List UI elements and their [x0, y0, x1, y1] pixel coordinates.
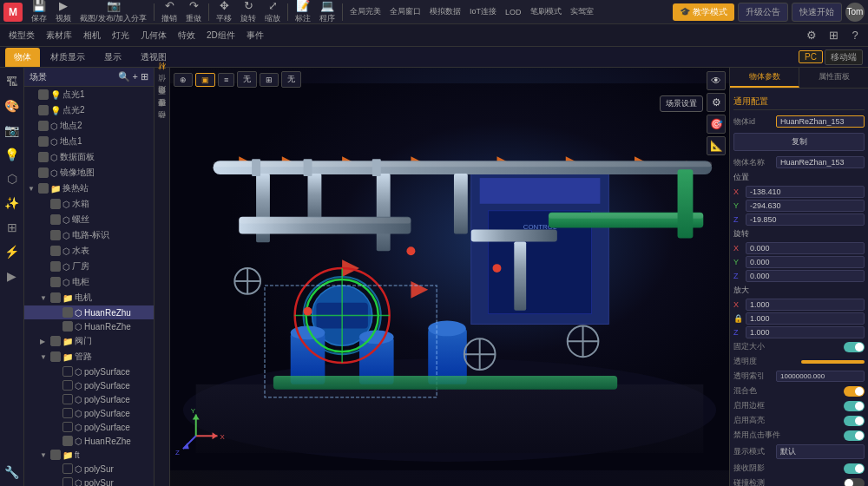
- tree-visibility-checkbox[interactable]: [62, 307, 73, 318]
- rp-tab-object[interactable]: 物体参数: [730, 68, 799, 88]
- object-name-value[interactable]: HuanReZhan_153: [776, 156, 865, 168]
- highlight-toggle[interactable]: [844, 416, 865, 426]
- select-mode-btn[interactable]: ▣: [195, 73, 215, 87]
- iot-connect-button[interactable]: IoT连接: [466, 4, 500, 19]
- tree-add-icon[interactable]: +: [133, 71, 138, 82]
- vtab-action[interactable]: 动作: [155, 120, 169, 130]
- tree-visibility-checkbox[interactable]: [62, 394, 73, 404]
- tree-visibility-checkbox[interactable]: [62, 408, 73, 418]
- upgrade-button[interactable]: 升级公告: [738, 3, 788, 22]
- tree-visibility-checkbox[interactable]: [38, 136, 49, 147]
- full-quality-button[interactable]: 全局完美: [346, 4, 385, 19]
- rotation-y-input[interactable]: 0.000: [746, 256, 865, 268]
- tree-visibility-checkbox[interactable]: [38, 167, 49, 178]
- grid-snap-btn[interactable]: ⊞: [260, 73, 279, 87]
- tree-visibility-checkbox[interactable]: [50, 214, 61, 225]
- snap-world-btn[interactable]: 无: [281, 71, 301, 88]
- opacity-slider[interactable]: [801, 360, 865, 364]
- tree-item-24[interactable]: ⬡HuanReZhe: [24, 434, 154, 448]
- tree-visibility-checkbox[interactable]: [50, 292, 61, 303]
- tree-item-7[interactable]: ▼📁换热站: [24, 181, 154, 196]
- left-icon-feature[interactable]: ✨: [2, 193, 23, 213]
- vtab-material[interactable]: 材: [155, 71, 169, 82]
- tree-visibility-checkbox[interactable]: [38, 121, 49, 131]
- left-icon-animation[interactable]: ▶: [2, 266, 23, 286]
- view-mode-btn[interactable]: ≡: [218, 73, 234, 87]
- rotate-tool-button[interactable]: ↻ 旋转: [237, 0, 260, 26]
- rotation-z-input[interactable]: 0.000: [746, 270, 865, 282]
- tab-display[interactable]: 显示: [95, 48, 130, 67]
- left-icon-camera[interactable]: 📷: [2, 120, 23, 141]
- tree-visibility-checkbox[interactable]: [50, 230, 61, 240]
- position-x-input[interactable]: -138.410: [746, 186, 865, 198]
- fixed-size-toggle[interactable]: [844, 342, 865, 352]
- tree-item-15[interactable]: ⬡HuanReZhu: [24, 305, 154, 319]
- tree-item-21[interactable]: ⬡polySurface: [24, 392, 154, 406]
- tree-visibility-checkbox[interactable]: [50, 261, 61, 272]
- tab-perspective[interactable]: 透视图: [132, 48, 175, 67]
- lod-button[interactable]: LOD: [502, 6, 525, 18]
- tree-item-4[interactable]: ⬡地点1: [24, 134, 154, 149]
- scene-settings-icon[interactable]: ⚙: [802, 26, 821, 45]
- tree-filter-icon[interactable]: ⊞: [141, 71, 148, 82]
- capture-button[interactable]: 📷 截图/发布/加入分享: [76, 0, 150, 26]
- tree-visibility-checkbox[interactable]: [62, 380, 73, 391]
- tree-item-17[interactable]: ▶📁阀门: [24, 333, 154, 349]
- position-z-input[interactable]: -19.850: [746, 213, 865, 226]
- light-type-tab[interactable]: 灯光: [107, 28, 135, 43]
- tree-item-9[interactable]: ⬡螺丝: [24, 212, 154, 227]
- tree-item-10[interactable]: ⬡电路-标识: [24, 227, 154, 243]
- view-target-btn[interactable]: 🎯: [707, 115, 726, 134]
- transform-mode-btn[interactable]: ⊕: [174, 73, 193, 87]
- tree-item-5[interactable]: ⬡数据面板: [24, 149, 154, 165]
- left-icon-model[interactable]: 🏗: [2, 71, 23, 92]
- user-avatar[interactable]: Tom: [845, 3, 865, 22]
- tree-item-20[interactable]: ⬡polySurface: [24, 378, 154, 392]
- tree-item-11[interactable]: ⬡水表: [24, 243, 154, 259]
- tree-visibility-checkbox[interactable]: [38, 89, 49, 100]
- tree-visibility-checkbox[interactable]: [62, 422, 73, 432]
- annotation-button[interactable]: 📝 标注: [292, 0, 314, 26]
- scale-x-input[interactable]: 1.000: [746, 299, 865, 311]
- cast-shadow-toggle[interactable]: [844, 478, 865, 487]
- real-scene-button[interactable]: 实驾室: [567, 4, 597, 19]
- tree-visibility-checkbox[interactable]: [38, 183, 49, 194]
- pc-view-btn[interactable]: PC: [799, 50, 823, 63]
- full-window-button[interactable]: 全局窗口: [386, 4, 424, 19]
- tree-visibility-checkbox[interactable]: [62, 321, 73, 332]
- tab-material[interactable]: 材质显示: [42, 48, 94, 67]
- position-y-input[interactable]: -294.630: [746, 200, 865, 212]
- tree-visibility-checkbox[interactable]: [50, 199, 61, 209]
- snap-none-btn[interactable]: 无: [237, 71, 257, 88]
- tree-item-16[interactable]: ⬡HuanReZhe: [24, 319, 154, 333]
- scale-y-input[interactable]: 1.000: [746, 312, 865, 325]
- tree-item-8[interactable]: ⬡水箱: [24, 196, 154, 212]
- copy-id-button[interactable]: 复制: [733, 133, 865, 151]
- tree-item-14[interactable]: ▼📁电机: [24, 290, 154, 305]
- event-type-tab[interactable]: 事件: [241, 28, 269, 43]
- tab-object[interactable]: 物体: [5, 48, 40, 67]
- left-icon-settings[interactable]: 🔧: [2, 462, 23, 483]
- tree-visibility-checkbox[interactable]: [50, 336, 61, 346]
- rotation-x-input[interactable]: 0.000: [746, 242, 865, 254]
- edge-toggle[interactable]: [844, 401, 865, 411]
- scale-tool-button[interactable]: ⤢ 缩放: [261, 0, 284, 26]
- model-view-button[interactable]: 模拟数据: [426, 4, 464, 19]
- tree-visibility-checkbox[interactable]: [50, 246, 61, 256]
- blend-color-toggle[interactable]: [844, 386, 865, 397]
- save-button[interactable]: 💾 保存: [28, 0, 50, 26]
- brush-mode-button[interactable]: 笔刷模式: [527, 4, 565, 19]
- tree-visibility-checkbox[interactable]: [50, 450, 61, 460]
- click-disable-toggle[interactable]: [844, 430, 865, 441]
- comp-2d-tab[interactable]: 2D组件: [201, 28, 240, 43]
- feature-type-tab[interactable]: 特效: [173, 28, 201, 43]
- tree-item-1[interactable]: 💡点光1: [24, 87, 154, 102]
- mobile-view-btn[interactable]: 移动端: [825, 49, 863, 65]
- receive-shadow-toggle[interactable]: [844, 463, 865, 474]
- help-icon[interactable]: ?: [845, 26, 865, 45]
- translate-tool-button[interactable]: ✥ 平移: [213, 0, 235, 26]
- left-icon-material[interactable]: 🎨: [2, 95, 23, 116]
- redo-button[interactable]: ↷ 重做: [182, 0, 205, 26]
- tree-item-27[interactable]: ⬡polySur: [24, 476, 154, 486]
- tree-item-25[interactable]: ▼📁ft: [24, 448, 154, 462]
